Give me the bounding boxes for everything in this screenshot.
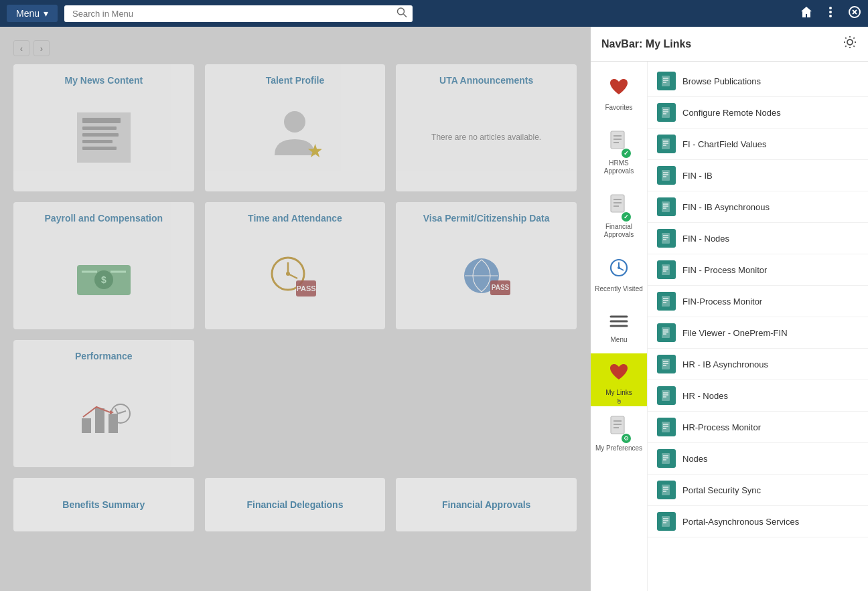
news-line-1: [82, 118, 121, 123]
sidebar-item-favorites[interactable]: Favorites: [591, 68, 647, 121]
talent-person-icon: ★: [268, 107, 321, 167]
svg-rect-26: [108, 414, 118, 433]
svg-rect-32: [611, 131, 624, 149]
tile-financial-delegations[interactable]: Financial Delegations: [205, 478, 386, 531]
link-label-hr-ib-asynchronous: HR - IB Asynchronous: [682, 359, 768, 369]
tile-my-news-content[interactable]: My News Content: [13, 64, 194, 191]
link-doc-icon-portal-security-sync: [657, 481, 676, 499]
tile-title-talent-profile: Talent Profile: [266, 75, 325, 86]
navbar-link-item-fin-ib[interactable]: FIN - IB: [648, 160, 868, 191]
svg-rect-55: [662, 107, 670, 118]
svg-line-28: [115, 408, 118, 414]
tile-uta-announcements[interactable]: UTA Announcements There are no articles …: [396, 64, 577, 191]
talent-svg: ★: [268, 107, 321, 161]
navbar-link-item-file-viewer-oneprem-fin[interactable]: File Viewer - OnePrem-FIN: [648, 317, 868, 349]
tile-payroll-compensation[interactable]: Payroll and Compensation $: [13, 202, 194, 329]
navbar-link-item-configure-remote-nodes[interactable]: Configure Remote Nodes: [648, 97, 868, 129]
svg-rect-91: [662, 390, 670, 401]
doc-svg: [661, 75, 672, 87]
navbar-link-item-portal-security-sync[interactable]: Portal Security Sync: [648, 475, 868, 506]
tile-benefits-summary[interactable]: Benefits Summary: [13, 478, 194, 531]
svg-rect-103: [662, 485, 670, 495]
svg-rect-63: [662, 170, 670, 181]
hrms-approvals-icon: ✓: [609, 131, 628, 157]
svg-rect-107: [662, 516, 670, 527]
link-label-nodes: Nodes: [682, 454, 708, 464]
pager-prev-button[interactable]: ‹: [13, 40, 29, 56]
tile-icon-talent-profile: ★: [268, 94, 321, 181]
link-doc-icon-fi-chartfield-values: [657, 135, 676, 153]
navbar-link-item-hr-ib-asynchronous[interactable]: HR - IB Asynchronous: [648, 349, 868, 380]
navbar-link-item-fin-process-monitor[interactable]: FIN - Process Monitor: [648, 254, 868, 286]
tile-grid: My News Content Talent Profile: [13, 64, 577, 467]
navbar-link-item-hr-nodes[interactable]: HR - Nodes: [648, 380, 868, 412]
sidebar-item-recently-visited[interactable]: Recently Visited: [591, 248, 647, 303]
heart-svg: [609, 78, 629, 96]
search-button[interactable]: [396, 7, 407, 20]
navbar-link-item-nodes[interactable]: Nodes: [648, 443, 868, 475]
navbar-link-item-fin-nodes[interactable]: FIN - Nodes: [648, 223, 868, 254]
doc-svg: [661, 421, 672, 433]
close-button[interactable]: [848, 5, 861, 22]
link-label-file-viewer-oneprem-fin: File Viewer - OnePrem-FIN: [682, 328, 788, 338]
svg-rect-51: [662, 76, 670, 86]
news-line-5: [82, 147, 117, 150]
svg-line-1: [404, 14, 407, 17]
link-doc-icon-fin-process-monitor: [657, 260, 676, 279]
navbar-settings-button[interactable]: [843, 35, 857, 53]
tile-title-time-attendance: Time and Attendance: [248, 213, 342, 224]
svg-rect-75: [662, 264, 670, 275]
link-doc-icon-browse-publications: [657, 72, 676, 90]
my-links-label: My Links: [605, 389, 632, 397]
uta-no-articles-text: There are no articles available.: [431, 133, 541, 142]
bottom-tiles: Benefits Summary Financial Delegations F…: [13, 478, 577, 531]
navbar-link-item-hr-process-monitor[interactable]: HR-Process Monitor: [648, 412, 868, 443]
tile-time-attendance[interactable]: Time and Attendance PASS: [205, 202, 386, 329]
hrms-approvals-label: HRMS Approvals: [595, 159, 643, 175]
menu-svg: [609, 314, 628, 329]
navbar-link-item-portal-asynchronous-services[interactable]: Portal-Asynchronous Services: [648, 506, 868, 537]
link-doc-icon-hr-ib-asynchronous: [657, 355, 676, 373]
home-button[interactable]: [800, 5, 813, 22]
svg-text:PASS: PASS: [491, 284, 509, 291]
navbar-link-item-fi-chartfield-values[interactable]: FI - ChartField Values: [648, 129, 868, 160]
navbar-link-item-fin-process-monitor2[interactable]: FIN-Process Monitor: [648, 286, 868, 317]
my-preferences-icon: ⚙: [609, 416, 628, 442]
tile-icon-performance: [75, 369, 132, 456]
link-label-portal-asynchronous-services: Portal-Asynchronous Services: [682, 517, 799, 527]
doc-svg: [661, 232, 672, 244]
navbar-link-item-fin-ib-asynchronous[interactable]: FIN - IB Asynchronous: [648, 191, 868, 223]
my-preferences-label: My Preferences: [595, 444, 642, 452]
sidebar-item-financial-approvals[interactable]: ✓ Financial Approvals: [591, 185, 647, 248]
tile-performance[interactable]: Performance: [13, 340, 194, 467]
payroll-svg: $: [74, 252, 134, 299]
svg-rect-79: [662, 296, 670, 307]
navbar-link-item-browse-publications[interactable]: Browse Publications: [648, 66, 868, 97]
search-input[interactable]: [64, 5, 413, 22]
svg-rect-87: [662, 359, 670, 369]
doc-svg: [661, 484, 672, 496]
tile-financial-approvals[interactable]: Financial Approvals: [396, 478, 577, 531]
doc-svg: [661, 138, 672, 150]
dots-icon: [824, 5, 837, 19]
sidebar-item-menu[interactable]: Menu: [591, 303, 647, 353]
sidebar-item-my-preferences[interactable]: ⚙ My Preferences: [591, 406, 647, 462]
link-doc-icon-configure-remote-nodes: [657, 103, 676, 122]
svg-rect-59: [662, 139, 670, 149]
more-options-button[interactable]: [824, 5, 837, 22]
link-doc-icon-fin-process-monitor2: [657, 292, 676, 311]
svg-point-0: [398, 8, 405, 15]
pager-row: ‹ ›: [13, 40, 577, 56]
pager-next-button[interactable]: ›: [33, 40, 50, 56]
sidebar-item-my-links[interactable]: My Links 🖱: [591, 353, 647, 406]
tile-talent-profile[interactable]: Talent Profile ★: [205, 64, 386, 191]
sidebar-item-hrms-approvals[interactable]: ✓ HRMS Approvals: [591, 121, 647, 185]
doc-svg: [661, 106, 672, 118]
link-label-fin-nodes: FIN - Nodes: [682, 234, 729, 244]
star-icon: ★: [307, 141, 321, 161]
menu-button[interactable]: Menu ▾: [7, 5, 58, 22]
svg-rect-36: [611, 195, 624, 212]
tiles-area: ‹ › My News Content Talen: [0, 27, 590, 591]
svg-text:$: $: [101, 274, 106, 285]
tile-visa-permit[interactable]: Visa Permit/Citizenship Data PASS: [396, 202, 577, 329]
